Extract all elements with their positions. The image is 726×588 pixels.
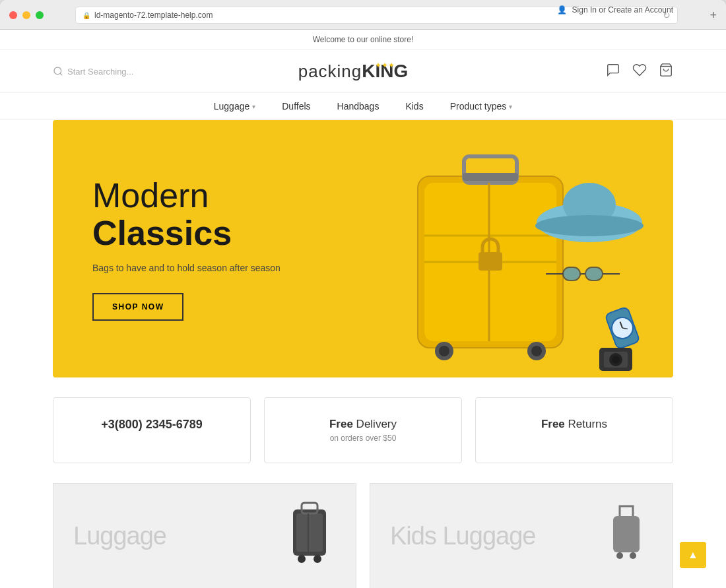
delivery-sub: on orders over $50 bbox=[278, 434, 448, 443]
wishlist-icon[interactable] bbox=[632, 63, 647, 81]
create-account-link[interactable]: Create an Account bbox=[608, 5, 673, 15]
nav-handbags[interactable]: Handbags bbox=[337, 101, 380, 112]
welcome-message: Welcome to our online store! bbox=[313, 35, 414, 44]
logo-packing: packing bbox=[298, 61, 362, 81]
svg-point-30 bbox=[612, 356, 620, 364]
url-text: ld-magento-72.template-help.com bbox=[94, 11, 213, 20]
info-card-returns: Free Returns bbox=[475, 397, 673, 463]
svg-rect-14 bbox=[478, 252, 502, 271]
main-nav: Luggage ▾ Duffels Handbags Kids Product … bbox=[0, 92, 726, 120]
svg-rect-37 bbox=[613, 516, 640, 552]
svg-point-17 bbox=[535, 215, 644, 236]
browser-window: 🔒 ld-magento-72.template-help.com ↻ + We… bbox=[0, 0, 726, 588]
site-logo[interactable]: packingKING✦✦✦ bbox=[259, 61, 466, 82]
scroll-top-button[interactable]: ▲ bbox=[680, 542, 706, 568]
free-returns-bold: Free bbox=[541, 418, 568, 430]
header-actions bbox=[467, 63, 673, 81]
browser-chrome: 🔒 ld-magento-72.template-help.com ↻ + bbox=[0, 0, 726, 30]
svg-point-38 bbox=[616, 552, 623, 559]
header-search[interactable]: Start Searching... bbox=[53, 66, 259, 77]
search-icon bbox=[53, 66, 63, 77]
new-tab-button[interactable]: + bbox=[710, 9, 717, 22]
svg-point-0 bbox=[54, 67, 61, 75]
phone-number: +3(800) 2345-6789 bbox=[67, 418, 237, 432]
hero-illustration bbox=[306, 123, 669, 374]
chevron-down-icon: ▾ bbox=[252, 103, 255, 110]
cart-icon[interactable] bbox=[659, 63, 673, 81]
topbar: Welcome to our online store! 👤 Sign In o… bbox=[0, 30, 726, 50]
svg-point-13 bbox=[531, 346, 542, 356]
search-placeholder: Start Searching... bbox=[67, 67, 133, 77]
info-cards: +3(800) 2345-6789 Free Delivery on order… bbox=[53, 397, 673, 463]
svg-point-11 bbox=[439, 346, 449, 356]
header: Start Searching... packingKING✦✦✦ bbox=[0, 50, 726, 92]
hero-title: Modern Classics bbox=[92, 177, 292, 252]
category-luggage[interactable]: Luggage bbox=[53, 483, 356, 588]
svg-point-34 bbox=[298, 555, 306, 563]
scroll-top-icon: ▲ bbox=[688, 549, 698, 561]
returns-text: Free Returns bbox=[489, 418, 659, 431]
info-card-delivery: Free Delivery on orders over $50 bbox=[264, 397, 462, 463]
delivery-text: Free Delivery bbox=[278, 418, 448, 431]
nav-product-types[interactable]: Product types ▾ bbox=[450, 101, 513, 112]
nav-luggage[interactable]: Luggage ▾ bbox=[214, 101, 256, 112]
crown-icon: ✦✦✦ bbox=[375, 61, 395, 70]
nav-duffels[interactable]: Duffels bbox=[282, 101, 310, 112]
hero-content: Modern Classics Bags to have and to hold… bbox=[53, 137, 332, 360]
category-kids-luggage[interactable]: Kids Luggage bbox=[370, 483, 673, 588]
site-wrapper: Welcome to our online store! 👤 Sign In o… bbox=[0, 30, 726, 588]
category-kids-title: Kids Luggage bbox=[390, 523, 535, 548]
chevron-down-icon-2: ▾ bbox=[509, 103, 512, 110]
chat-icon[interactable] bbox=[606, 63, 620, 81]
minimize-button[interactable] bbox=[22, 11, 30, 19]
info-card-phone: +3(800) 2345-6789 bbox=[53, 397, 251, 463]
user-icon: 👤 bbox=[557, 5, 567, 15]
svg-rect-32 bbox=[296, 513, 323, 552]
maximize-button[interactable] bbox=[36, 11, 44, 19]
returns-label: Returns bbox=[568, 418, 608, 430]
svg-rect-8 bbox=[463, 173, 518, 181]
category-luggage-title: Luggage bbox=[73, 523, 166, 548]
lock-icon: 🔒 bbox=[82, 12, 90, 19]
shop-now-button[interactable]: SHOP NOW bbox=[92, 293, 183, 321]
auth-links: 👤 Sign In or Create an Account bbox=[557, 5, 673, 15]
svg-point-39 bbox=[630, 552, 636, 559]
nav-kids[interactable]: Kids bbox=[405, 101, 423, 112]
delivery-label: Delivery bbox=[356, 418, 397, 430]
hero-image bbox=[301, 120, 673, 377]
luggage-thumbnail bbox=[283, 496, 336, 575]
category-section: Luggage Kids Luggage bbox=[53, 483, 673, 588]
hero-subtitle: Bags to have and to hold season after se… bbox=[92, 263, 292, 273]
svg-rect-18 bbox=[563, 267, 580, 280]
svg-rect-19 bbox=[585, 267, 603, 280]
svg-point-35 bbox=[314, 555, 321, 563]
or-text: or bbox=[599, 5, 608, 15]
sign-in-link[interactable]: Sign In bbox=[572, 5, 597, 15]
kids-luggage-thumbnail bbox=[600, 496, 653, 575]
close-button[interactable] bbox=[9, 11, 17, 19]
hero-title-bold: Classics bbox=[92, 214, 232, 252]
hero-title-light: Modern bbox=[92, 176, 209, 214]
free-delivery-bold: Free bbox=[329, 418, 356, 430]
svg-line-1 bbox=[60, 73, 62, 75]
hero-banner: Modern Classics Bags to have and to hold… bbox=[53, 120, 673, 377]
